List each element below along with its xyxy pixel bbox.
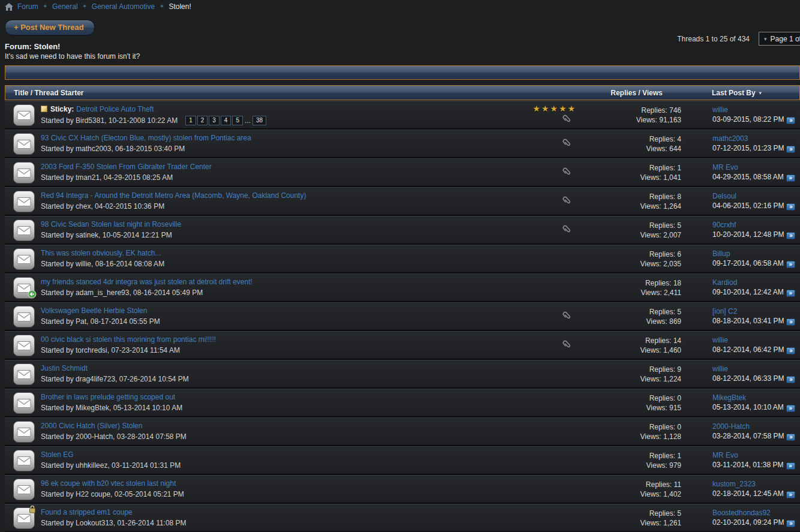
- last-post-user-link[interactable]: 90crxhf: [712, 221, 800, 230]
- last-post-user-link[interactable]: MR Evo: [712, 451, 800, 460]
- last-post-user-link[interactable]: kustom_2323: [712, 480, 800, 489]
- thread-starter-text: Started by H22 coupe, 02-05-2014 05:21 P…: [41, 490, 184, 498]
- column-header-title[interactable]: Title / Thread Starter: [5, 89, 509, 97]
- thread-status-envelope-icon: [13, 306, 35, 327]
- last-post-user-link[interactable]: Kardiod: [712, 278, 800, 287]
- thread-title-link[interactable]: Detroit Police Auto Theft: [76, 105, 154, 113]
- breadcrumb-link-forum[interactable]: Forum: [17, 2, 38, 11]
- thread-title-link[interactable]: Found a stripped em1 coupe: [41, 508, 133, 516]
- thread-replies-count: Replies: 5: [579, 221, 681, 230]
- last-post-date: 09-17-2014, 06:58 AM: [712, 259, 784, 267]
- go-to-last-post-icon[interactable]: »: [786, 434, 795, 441]
- thread-page-button[interactable]: 2: [197, 116, 208, 125]
- thread-replies-count: Replies: 5: [579, 509, 681, 518]
- breadcrumb-link-general[interactable]: General: [52, 2, 78, 11]
- thread-replies-count: Replies: 1: [579, 451, 681, 461]
- go-to-last-post-icon[interactable]: »: [786, 146, 795, 153]
- thread-starter-text: Started by chex, 04-02-2015 10:36 PM: [41, 202, 164, 211]
- thread-status-envelope-icon: [13, 248, 35, 270]
- breadcrumb-link-general-automotive[interactable]: General Automotive: [92, 2, 155, 11]
- thread-title-link[interactable]: Stolen EG: [41, 450, 74, 459]
- go-to-last-post-icon[interactable]: »: [786, 175, 795, 182]
- go-to-last-post-icon[interactable]: »: [786, 376, 795, 383]
- thread-title-link[interactable]: 2003 Ford F-350 Stolen From Gibralter Tr…: [41, 163, 212, 171]
- go-to-last-post-icon[interactable]: »: [786, 261, 795, 268]
- thread-replies-count: Replies: 0: [579, 422, 681, 432]
- forum-description: It's sad we need to have this forum isn'…: [5, 52, 140, 61]
- page-selector-button[interactable]: ▾ Page 1 of: [759, 32, 800, 46]
- thread-starter-text: Started by adam_is_here93, 08-16-2014 05…: [41, 288, 203, 297]
- thread-views-count: Views: 869: [579, 317, 681, 326]
- go-to-last-post-icon[interactable]: »: [786, 347, 795, 354]
- last-post-date: 03-09-2015, 08:22 PM: [712, 115, 784, 124]
- thread-row: This was stolen obviously. EK hatch... S…: [5, 245, 800, 273]
- thread-status-envelope-icon: [13, 277, 35, 299]
- breadcrumb-separator-icon: ✦: [82, 2, 88, 10]
- thread-title-link[interactable]: Brother in laws prelude getting scoped o…: [41, 393, 175, 401]
- thread-starter-text: Started by uhhkilleez, 03-11-2014 01:31 …: [41, 461, 181, 470]
- thread-views-count: Views: 1,460: [579, 345, 681, 355]
- last-post-date: 10-20-2014, 12:48 PM: [712, 230, 784, 239]
- thread-title-link[interactable]: 2000 Civic Hatch (Silver) Stolen: [41, 422, 142, 430]
- last-post-date: 09-10-2014, 12:42 AM: [712, 288, 784, 296]
- attachment-paperclip-icon: [561, 339, 573, 351]
- last-post-user-link[interactable]: MikegBtek: [712, 393, 800, 402]
- sort-desc-icon: ▼: [758, 91, 763, 96]
- thread-replies-count: Replies: 9: [579, 365, 681, 374]
- go-to-last-post-icon[interactable]: »: [786, 405, 795, 412]
- thread-page-button[interactable]: 5: [232, 116, 243, 125]
- go-to-last-post-icon[interactable]: »: [786, 232, 795, 239]
- last-post-user-link[interactable]: Delsoul: [712, 192, 800, 201]
- thread-views-count: Views: 2,035: [579, 259, 681, 269]
- go-to-last-post-icon[interactable]: »: [786, 290, 795, 297]
- thread-replies-count: Replies: 6: [579, 250, 681, 259]
- thread-page-button[interactable]: 1: [185, 116, 196, 125]
- thread-title-link[interactable]: 96 ek coupe with b20 vtec stolen last ni…: [41, 479, 176, 488]
- last-post-user-link[interactable]: MR Evo: [712, 163, 800, 172]
- thread-title-link[interactable]: my friends stanced 4dr integra was just …: [41, 278, 252, 286]
- thread-row: Sticky:Detroit Police Auto Theft Started…: [5, 101, 800, 130]
- column-header-replies-views[interactable]: Replies / Views: [578, 89, 683, 97]
- thread-title-link[interactable]: 98 Civic Sedan Stolen last night in Rose…: [41, 220, 181, 229]
- thread-views-count: Views: 2,007: [579, 230, 681, 240]
- last-post-user-link[interactable]: Billup: [712, 250, 800, 259]
- go-to-last-post-icon[interactable]: »: [786, 462, 795, 470]
- last-post-user-link[interactable]: Boostedhondas92: [712, 509, 800, 518]
- go-to-last-post-icon[interactable]: »: [786, 117, 795, 124]
- thread-row: 96 ek coupe with b20 vtec stolen last ni…: [5, 475, 800, 504]
- thread-status-envelope-icon: [13, 421, 35, 443]
- thread-views-count: Views: 1,041: [579, 173, 681, 182]
- post-new-thread-button[interactable]: + Post New Thread: [5, 20, 95, 35]
- breadcrumb-separator-icon: ✦: [159, 2, 164, 10]
- last-post-user-link[interactable]: mathc2003: [712, 134, 800, 143]
- thread-title-link[interactable]: 00 civic black si stolen this morining f…: [41, 335, 216, 344]
- thread-starter-text: Started by Bird5381, 10-21-2008 10:22 AM: [41, 116, 178, 125]
- go-to-last-post-icon[interactable]: »: [786, 318, 795, 326]
- thread-row: 00 civic black si stolen this morining f…: [5, 331, 800, 360]
- thread-title-link[interactable]: This was stolen obviously. EK hatch...: [41, 249, 161, 257]
- thread-starter-text: Started by Lookout313, 01-26-2014 11:08 …: [41, 519, 187, 527]
- go-to-last-post-icon[interactable]: »: [786, 203, 795, 211]
- column-header-last-post-by[interactable]: Last Post By▼: [683, 89, 799, 97]
- thread-title-link[interactable]: Red 94 Integra - Around the Detroit Metr…: [41, 191, 306, 200]
- last-post-user-link[interactable]: willie: [712, 106, 800, 115]
- thread-title-link[interactable]: Justin Schmidt: [41, 364, 88, 372]
- forum-toolbar-bar: [5, 65, 800, 80]
- thread-starter-text: Started by 2000-Hatch, 03-28-2014 07:58 …: [41, 432, 187, 441]
- thread-page-button[interactable]: 3: [209, 116, 219, 125]
- thread-title-link[interactable]: 93 Civic CX Hatch (Electon Blue, mostly)…: [41, 134, 251, 142]
- go-to-last-post-icon[interactable]: »: [786, 491, 795, 498]
- home-icon[interactable]: [5, 3, 13, 11]
- last-post-user-link[interactable]: 2000-Hatch: [712, 422, 800, 431]
- thread-starter-text: Started by MikegBtek, 05-13-2014 10:10 A…: [41, 404, 182, 412]
- last-post-user-link[interactable]: [ion] C2: [712, 307, 800, 316]
- last-post-user-link[interactable]: willie: [712, 336, 800, 345]
- thread-replies-count: Replies: 18: [579, 278, 681, 288]
- last-post-date: 02-10-2014, 09:24 PM: [712, 518, 784, 527]
- last-post-user-link[interactable]: willie: [712, 365, 800, 374]
- thread-starter-text: Started by satinek, 10-05-2014 12:21 PM: [41, 231, 172, 239]
- thread-title-link[interactable]: Volkswagen Beetle Herbie Stolen: [41, 306, 147, 315]
- go-to-last-post-icon[interactable]: »: [786, 520, 795, 527]
- thread-page-button[interactable]: 38: [252, 116, 266, 125]
- thread-page-button[interactable]: 4: [221, 116, 231, 125]
